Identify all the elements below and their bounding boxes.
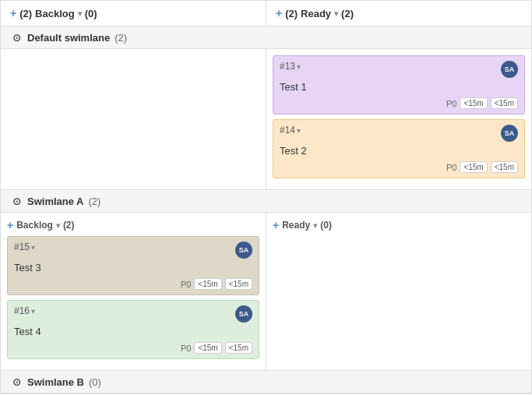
card-14-id-text: #14	[280, 125, 295, 136]
card-13-priority: P0	[446, 99, 456, 108]
swimlane-a-icon: ⊙	[10, 195, 23, 207]
card-16-top: #16 ▾ SA	[14, 305, 252, 323]
swimlane-a-ready-header: + Ready ▾ (0)	[273, 219, 525, 231]
swimlane-a-backlog-label: Backlog	[16, 220, 53, 231]
card-16-time1: <15m	[194, 342, 221, 354]
card-13-chevron-icon[interactable]: ▾	[297, 62, 301, 71]
card-13-top: #13 ▾ SA	[280, 61, 518, 78]
backlog-header-count: (2)	[19, 8, 32, 19]
card-14[interactable]: #14 ▾ SA Test 2 P0 <15m <15m	[273, 119, 525, 178]
swimlane-a-label: Swimlane A	[27, 196, 83, 207]
swimlane-default-count: (2)	[115, 32, 127, 44]
backlog-header-label: Backlog	[35, 8, 75, 19]
column-headers: + (2) Backlog ▾ (0) + (2) Ready ▾ (2)	[1, 1, 531, 26]
backlog-chevron-icon[interactable]: ▾	[78, 9, 82, 18]
card-15[interactable]: #15 ▾ SA Test 3 P0 <15m <15m	[7, 236, 259, 295]
card-16-id-text: #16	[14, 305, 30, 316]
card-15-chevron-icon[interactable]: ▾	[31, 243, 35, 252]
card-14-time2: <15m	[491, 161, 518, 173]
card-13-title: Test 1	[280, 81, 518, 93]
swimlane-b-count: (0)	[89, 376, 101, 388]
card-14-priority: P0	[446, 163, 456, 172]
swimlane-a-header: ⊙ Swimlane A (2)	[1, 190, 531, 213]
add-backlog-button[interactable]: +	[10, 7, 16, 19]
swimlane-default-icon: ⊙	[10, 31, 23, 44]
card-16-chevron-icon[interactable]: ▾	[31, 307, 35, 316]
backlog-header-count2: (0)	[85, 8, 97, 19]
swimlane-default-label: Default swimlane	[27, 32, 110, 44]
card-13-meta: P0 <15m <15m	[280, 97, 518, 109]
card-14-meta: P0 <15m <15m	[280, 161, 518, 173]
ready-header-label: Ready	[301, 8, 331, 19]
swimlane-b-label: Swimlane B	[27, 376, 84, 388]
add-swimlane-a-ready-button[interactable]: +	[273, 219, 279, 231]
swimlane-b-header: ⊙ Swimlane B (0)	[1, 371, 531, 393]
card-13-time1: <15m	[460, 97, 487, 109]
card-16-id: #16 ▾	[14, 305, 35, 316]
card-15-top: #15 ▾ SA	[14, 242, 252, 259]
card-15-id: #15 ▾	[14, 242, 35, 252]
swimlane-a-ready-chevron-icon[interactable]: ▾	[313, 221, 317, 230]
add-swimlane-a-backlog-button[interactable]: +	[7, 219, 13, 231]
swimlane-a: ⊙ Swimlane A (2) + Backlog ▾ (2) #15	[1, 190, 531, 371]
backlog-column-header: + (2) Backlog ▾ (0)	[1, 1, 266, 26]
card-13-id: #13 ▾	[280, 61, 301, 72]
card-14-title: Test 2	[280, 145, 518, 157]
card-16-avatar: SA	[235, 305, 252, 323]
swimlane-a-backlog-count: (2)	[63, 220, 75, 231]
swimlane-default: ⊙ Default swimlane (2) #13 ▾ SA	[1, 26, 531, 190]
card-16-meta: P0 <15m <15m	[14, 342, 252, 354]
card-15-avatar: SA	[235, 242, 252, 259]
card-14-chevron-icon[interactable]: ▾	[297, 126, 301, 135]
card-14-avatar: SA	[501, 125, 518, 142]
ready-header-count2: (2)	[341, 8, 354, 19]
swimlane-b: ⊙ Swimlane B (0)	[1, 371, 531, 393]
kanban-board: + (2) Backlog ▾ (0) + (2) Ready ▾ (2) ⊙ …	[0, 0, 532, 394]
ready-header-count: (2)	[285, 8, 298, 19]
swimlane-a-backlog-header: + Backlog ▾ (2)	[7, 219, 259, 231]
card-16-priority: P0	[181, 344, 191, 353]
card-15-priority: P0	[181, 280, 191, 289]
swimlane-default-content: #13 ▾ SA Test 1 P0 <15m <15m	[1, 49, 531, 190]
card-14-time1: <15m	[460, 161, 487, 173]
swimlane-a-ready-col: + Ready ▾ (0)	[266, 213, 531, 370]
card-16-title: Test 4	[14, 326, 252, 337]
card-16-time2: <15m	[225, 342, 252, 354]
swimlane-default-backlog-col	[1, 49, 266, 189]
card-14-top: #14 ▾ SA	[280, 125, 518, 142]
add-ready-button[interactable]: +	[276, 7, 282, 19]
card-15-meta: P0 <15m <15m	[14, 278, 252, 290]
card-13-id-text: #13	[280, 61, 295, 72]
card-13-avatar: SA	[501, 61, 518, 78]
card-14-id: #14 ▾	[280, 125, 301, 136]
swimlane-default-header: ⊙ Default swimlane (2)	[1, 26, 531, 49]
swimlane-a-content: + Backlog ▾ (2) #15 ▾ SA Test 3	[1, 213, 531, 371]
swimlane-b-icon: ⊙	[10, 376, 23, 388]
card-13[interactable]: #13 ▾ SA Test 1 P0 <15m <15m	[273, 55, 525, 115]
card-13-time2: <15m	[491, 97, 518, 109]
swimlane-a-backlog-chevron-icon[interactable]: ▾	[56, 221, 60, 230]
swimlane-a-ready-label: Ready	[282, 220, 310, 231]
swimlane-a-backlog-col: + Backlog ▾ (2) #15 ▾ SA Test 3	[1, 213, 266, 370]
card-16[interactable]: #16 ▾ SA Test 4 P0 <15m <15m	[7, 300, 259, 359]
card-15-title: Test 3	[14, 262, 252, 273]
card-15-id-text: #15	[14, 242, 30, 252]
swimlane-a-count: (2)	[88, 196, 100, 207]
ready-column-header: + (2) Ready ▾ (2)	[266, 1, 531, 26]
swimlane-a-ready-count: (0)	[320, 220, 332, 231]
ready-chevron-icon[interactable]: ▾	[334, 9, 338, 18]
swimlane-default-ready-col: #13 ▾ SA Test 1 P0 <15m <15m	[266, 49, 531, 189]
card-15-time1: <15m	[194, 278, 221, 290]
card-15-time2: <15m	[225, 278, 252, 290]
